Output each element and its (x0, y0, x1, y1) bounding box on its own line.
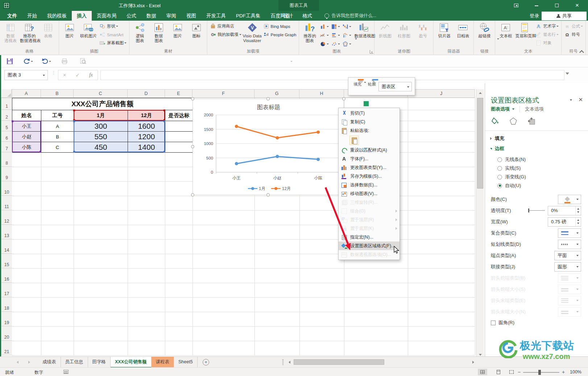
panel-close-icon[interactable]: ✕ (578, 96, 583, 103)
tab-7[interactable]: 审阅 (161, 11, 181, 21)
table-cell-1-4[interactable] (165, 132, 193, 142)
row-header-14[interactable]: 14 (1, 239, 12, 254)
ribbon-button-8-1[interactable]: 页眉和页脚 (515, 21, 534, 38)
radio-1[interactable]: 实线(S) (485, 164, 588, 173)
ribbon-button-1-2-1[interactable]: SmartArt (98, 30, 128, 39)
spin-up-icon[interactable] (577, 208, 579, 210)
chart-resize-handle[interactable] (342, 97, 345, 100)
ribbon-button-2-2[interactable]: 图片 (168, 21, 187, 38)
chart-element-dropdown-icon[interactable] (407, 86, 409, 88)
row-header-5[interactable]: 5 (1, 121, 12, 131)
table-header-2[interactable]: 1月 (74, 110, 128, 121)
zoom-in-icon[interactable]: + (562, 369, 565, 375)
row-header-13[interactable]: 13 (1, 225, 12, 239)
transparency-slider[interactable] (528, 208, 545, 213)
normal-view-icon[interactable] (478, 369, 487, 375)
ribbon-button-5-1[interactable]: 柱形图 (394, 21, 413, 38)
hscroll-right-icon[interactable] (469, 360, 477, 365)
name-box-dropdown-icon[interactable] (43, 75, 45, 76)
table-cell-1-2[interactable]: 550 (74, 132, 128, 142)
formula-input[interactable] (100, 70, 564, 80)
redo-button[interactable] (21, 57, 36, 66)
effects-icon[interactable] (509, 117, 518, 125)
column-header-E[interactable]: E (165, 89, 192, 98)
zoom-out-icon[interactable]: − (518, 369, 521, 375)
ribbon-button-2-1[interactable]: 数据图表 (149, 21, 168, 43)
radio-icon[interactable] (497, 175, 502, 179)
tab-3[interactable]: 插入 (72, 11, 92, 21)
ribbon-button-8-2-0[interactable]: 艺术字 (534, 22, 560, 30)
sheet-tab-0[interactable]: 成绩表 (38, 357, 61, 368)
ribbon-button-4-2[interactable]: 数据透视图 (354, 21, 373, 40)
undo-button[interactable] (39, 57, 54, 66)
row-header-15[interactable]: 15 (1, 254, 12, 268)
field-control-9[interactable] (558, 296, 581, 305)
ribbon-button-1-2-0[interactable]: 形状 (98, 22, 128, 30)
share-button[interactable]: 共享 (542, 12, 587, 20)
menu-item-14[interactable]: 指定宏(N)... (339, 233, 399, 241)
vertical-scrollbar[interactable] (476, 89, 484, 358)
field-control-2[interactable]: 0.75 磅 (548, 217, 581, 227)
page-break-view-icon[interactable] (507, 369, 516, 375)
tab-chart-options[interactable]: 图表选项 (491, 106, 514, 112)
dropdown-icon[interactable] (576, 311, 579, 313)
dropdown-icon[interactable] (576, 199, 579, 200)
field-control-0[interactable] (558, 195, 581, 204)
sheet-nav-right-icon[interactable] (25, 360, 33, 365)
ribbon-button-5-0[interactable]: 折线图 (376, 21, 394, 38)
sheet-tab-1[interactable]: 员工信息 (61, 357, 88, 368)
column-header-A[interactable]: A (12, 89, 41, 98)
rounded-corners-row[interactable]: 圆角(R) (485, 317, 588, 328)
sheet-nav-left-icon[interactable] (14, 360, 21, 365)
spin-down-icon[interactable] (577, 223, 579, 224)
tab-8[interactable]: 视图 (181, 11, 201, 21)
field-control-5[interactable]: 平面 (554, 251, 581, 260)
ribbon-display-options-icon[interactable] (508, 0, 524, 11)
zoom-slider[interactable] (523, 372, 559, 373)
row-header-1[interactable]: 1 (1, 98, 12, 110)
name-box[interactable]: 图表 3 (4, 70, 48, 80)
ribbon-button-mini-hierarchy[interactable] (331, 22, 342, 31)
table-header-3[interactable]: 12月 (128, 110, 165, 121)
row-header-20[interactable]: 20 (1, 326, 12, 341)
ribbon-button-9-0-1[interactable]: 符号 (563, 30, 584, 39)
ribbon-button-mini-column[interactable] (320, 22, 331, 31)
chart[interactable]: 0500100015002000小王小赵小陈图表标题1月12月 (192, 99, 344, 195)
minimize-icon[interactable] (529, 0, 544, 11)
ribbon-button-mini-combo[interactable] (342, 31, 353, 40)
column-header-C[interactable]: C (74, 89, 128, 98)
enter-icon[interactable]: ✓ (75, 72, 80, 78)
table-cell-0-0[interactable]: 小王 (12, 121, 41, 132)
ribbon-button-1-2-2[interactable]: 屏幕截图 (98, 39, 128, 47)
qat-customize-icon[interactable] (286, 57, 296, 66)
menu-item-13[interactable]: 置于底层(K) (339, 224, 399, 233)
ribbon-button-3-1[interactable]: Visio DataVisualizer (243, 21, 262, 43)
menu-item-5[interactable]: 字体(F)... (339, 154, 399, 163)
spinner-icons[interactable] (575, 218, 581, 226)
zoom-slider-thumb[interactable] (538, 370, 541, 375)
ribbon-button-mini-radar[interactable] (342, 40, 353, 48)
chart-resize-handle[interactable] (191, 145, 194, 148)
ribbon-button-1-1[interactable]: 联机图片 (79, 21, 98, 38)
spin-up-icon[interactable] (577, 219, 579, 221)
fill-button[interactable]: 填充 (351, 79, 364, 94)
ribbon-button-8-2-2[interactable]: 对象 (534, 39, 560, 47)
table-header-0[interactable]: 姓名 (12, 110, 41, 121)
row-header-8[interactable]: 8 (1, 152, 12, 167)
tab-2[interactable]: 我的模板 (42, 11, 72, 21)
radio-0[interactable]: 无线条(N) (485, 155, 588, 164)
save-button[interactable] (5, 57, 15, 66)
field-control-8[interactable] (558, 285, 581, 294)
vertical-scrollbar-thumb[interactable] (477, 98, 483, 189)
scroll-up-icon[interactable] (476, 89, 484, 96)
collapse-ribbon-icon[interactable] (579, 50, 584, 53)
menu-item-10[interactable]: 三维旋转(R)... (339, 198, 399, 207)
tab-10[interactable]: PDF工具集 (231, 11, 266, 21)
cancel-icon[interactable]: × (63, 72, 66, 78)
context-tab-1[interactable]: 格式 (298, 11, 317, 21)
ribbon-button-6-0[interactable]: 切片器 (435, 21, 454, 38)
sheet-tab-5[interactable]: Sheet5 (174, 357, 198, 368)
radio-icon[interactable] (497, 166, 502, 171)
ribbon-button-0-2[interactable]: 表格 (39, 21, 58, 38)
ribbon-button-mini-bar[interactable] (331, 31, 342, 40)
